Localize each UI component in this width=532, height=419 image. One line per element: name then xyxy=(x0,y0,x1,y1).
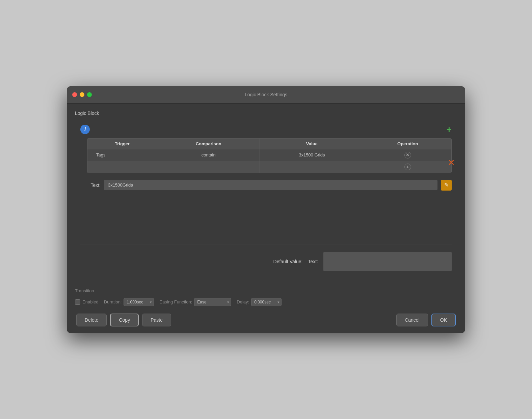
rules-table: Trigger Comparison Value Operation xyxy=(87,139,451,173)
text-input[interactable] xyxy=(104,180,437,190)
main-content: i + Trigger Comparison Value Operation xyxy=(75,121,457,285)
paste-button[interactable]: Paste xyxy=(142,314,171,326)
table-row-empty: + xyxy=(87,161,451,173)
top-toolbar: i + xyxy=(80,125,452,134)
spacer xyxy=(80,194,452,235)
duration-select-wrapper: 1.000sec xyxy=(124,298,154,306)
duration-select[interactable]: 1.000sec xyxy=(124,298,154,306)
bottom-bar: Delete Copy Paste Cancel OK xyxy=(75,314,457,326)
delay-label: Delay: xyxy=(237,299,249,304)
cell-trigger-empty xyxy=(87,161,157,173)
main-window: Logic Block Settings Logic Block i + Tri… xyxy=(67,86,465,333)
delete-row-button[interactable]: ✕ xyxy=(448,158,455,167)
content-area: Trigger Comparison Value Operation xyxy=(80,138,452,173)
delay-select[interactable]: 0.000sec xyxy=(251,298,282,306)
cell-operation[interactable]: ✕ xyxy=(364,149,451,161)
cell-add-button[interactable]: + xyxy=(404,164,411,170)
default-value-row: Default Value: Text: xyxy=(80,252,452,271)
window-body: Logic Block i + Trigger Comparison Value xyxy=(67,104,465,333)
transition-title: Transition xyxy=(75,288,457,293)
section-title: Logic Block xyxy=(75,110,457,116)
cell-delete-icon: ✕ xyxy=(406,152,409,157)
default-value-input[interactable] xyxy=(323,252,452,271)
duration-group: Duration: 1.000sec xyxy=(104,298,154,306)
delete-button[interactable]: Delete xyxy=(76,314,107,326)
close-button[interactable] xyxy=(72,92,77,97)
maximize-button[interactable] xyxy=(87,92,92,97)
bottom-left-buttons: Delete Copy Paste xyxy=(76,314,171,326)
col-operation: Operation xyxy=(364,139,451,149)
col-value: Value xyxy=(260,139,364,149)
cell-operation-add[interactable]: + xyxy=(364,161,451,173)
delay-select-wrapper: 0.000sec xyxy=(251,298,282,306)
titlebar: Logic Block Settings xyxy=(67,86,465,104)
transition-controls: Enabled Duration: 1.000sec Easing Functi… xyxy=(75,298,457,306)
default-text-label: Text: xyxy=(308,259,318,264)
ok-button[interactable]: OK xyxy=(431,314,456,326)
traffic-lights xyxy=(72,92,92,97)
window-title: Logic Block Settings xyxy=(245,92,287,97)
col-comparison: Comparison xyxy=(157,139,260,149)
col-trigger: Trigger xyxy=(87,139,157,149)
enabled-label: Enabled xyxy=(82,299,99,304)
rules-table-container: Trigger Comparison Value Operation xyxy=(87,138,452,173)
cell-value-empty xyxy=(260,161,364,173)
edit-icon: ✎ xyxy=(444,182,449,188)
add-rule-button[interactable]: + xyxy=(447,125,452,134)
delay-group: Delay: 0.000sec xyxy=(237,298,282,306)
easing-select[interactable]: Ease xyxy=(194,298,231,306)
default-value-label: Default Value: xyxy=(273,259,303,264)
enabled-checkbox[interactable] xyxy=(75,299,80,305)
cancel-button[interactable]: Cancel xyxy=(396,314,428,326)
text-row: Text: ✎ xyxy=(87,180,452,191)
table-row: Tags contain 3x1500 Grids ✕ xyxy=(87,149,451,161)
enabled-check: Enabled xyxy=(75,299,99,305)
easing-label: Easing Function: xyxy=(159,299,192,304)
text-field-label: Text: xyxy=(87,182,101,188)
cell-comparison-empty xyxy=(157,161,260,173)
duration-label: Duration: xyxy=(104,299,122,304)
cell-trigger: Tags xyxy=(87,149,157,161)
edit-button[interactable]: ✎ xyxy=(441,180,452,191)
easing-group: Easing Function: Ease xyxy=(159,298,231,306)
cell-add-icon: + xyxy=(406,164,409,170)
copy-button[interactable]: Copy xyxy=(110,314,139,326)
cell-delete-button[interactable]: ✕ xyxy=(404,152,411,158)
transition-section: Transition Enabled Duration: 1.000sec xyxy=(75,288,457,306)
bottom-right-buttons: Cancel OK xyxy=(396,314,456,326)
info-icon[interactable]: i xyxy=(80,125,90,134)
cell-comparison: contain xyxy=(157,149,260,161)
divider xyxy=(80,245,452,245)
minimize-button[interactable] xyxy=(80,92,84,97)
easing-select-wrapper: Ease xyxy=(194,298,231,306)
cell-value: 3x1500 Grids xyxy=(260,149,364,161)
